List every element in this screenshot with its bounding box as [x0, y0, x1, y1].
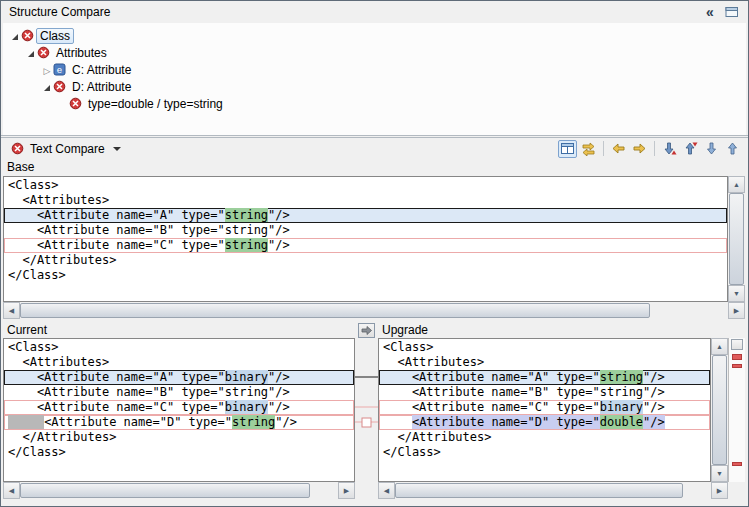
- code-text: <Attribute name="A" type=": [8, 208, 225, 222]
- diff-connector-strip[interactable]: [355, 338, 378, 482]
- tree-expanded-icon[interactable]: [9, 29, 21, 43]
- code-text: <Attribute name="A" type=": [383, 370, 600, 384]
- structure-tree[interactable]: ClassAttributes▷eC: AttributeD: Attribut…: [3, 23, 746, 135]
- code-line[interactable]: </Attributes>: [4, 430, 354, 445]
- scroll-left-icon[interactable]: ◀: [378, 482, 395, 499]
- scroll-right-icon[interactable]: ▶: [338, 482, 355, 499]
- code-line[interactable]: </Class>: [4, 445, 354, 460]
- diff-icon: [21, 29, 36, 42]
- compare-editor-window: Structure Compare « ClassAttributes▷eC: …: [0, 0, 749, 507]
- code-line[interactable]: <Class>: [379, 340, 710, 355]
- scroll-up-icon[interactable]: ▲: [711, 338, 728, 355]
- show-ancestor-pane-button[interactable]: [558, 140, 577, 158]
- code-line[interactable]: <Attribute name="B" type="string"/>: [4, 385, 354, 400]
- code-text: </Class>: [8, 445, 66, 459]
- code-line[interactable]: <Attribute name="C" type="binary"/>: [379, 400, 710, 415]
- code-text: "/>: [643, 400, 665, 414]
- code-line[interactable]: </Class>: [379, 445, 710, 460]
- tree-item[interactable]: D: Attribute: [3, 78, 746, 95]
- upgrade-horizontal-scrollbar[interactable]: ◀ ▶: [378, 482, 728, 499]
- scroll-down-icon[interactable]: ▼: [728, 285, 745, 302]
- base-vertical-scrollbar[interactable]: ▲ ▼: [728, 176, 745, 302]
- code-text: "/>: [268, 400, 290, 414]
- scroll-left-icon[interactable]: ◀: [3, 482, 20, 499]
- current-horizontal-scrollbar[interactable]: ◀ ▶: [3, 482, 355, 499]
- code-line[interactable]: <Attributes>: [4, 193, 727, 208]
- code-line[interactable]: <Attribute name="A" type="string"/>: [4, 208, 727, 223]
- code-line[interactable]: <Attribute name="B" type="string"/>: [4, 223, 727, 238]
- tree-collapsed-icon[interactable]: ▷: [41, 63, 53, 77]
- swap-left-right-button[interactable]: [579, 140, 598, 158]
- overview-header-button[interactable]: [731, 339, 743, 350]
- code-line[interactable]: </Class>: [4, 268, 727, 283]
- diff-icon: [9, 141, 25, 157]
- scroll-thumb[interactable]: [395, 483, 683, 498]
- scroll-thumb[interactable]: [20, 483, 310, 498]
- splitter[interactable]: [1, 135, 748, 136]
- diff-icon: [69, 97, 84, 110]
- code-line[interactable]: <Attributes>: [4, 355, 354, 370]
- diff-marker[interactable]: [732, 364, 742, 368]
- code-line[interactable]: <Attribute name="B" type="string"/>: [379, 385, 710, 400]
- collapse-all-icon[interactable]: «: [702, 4, 718, 20]
- tree-expanded-icon[interactable]: [25, 46, 37, 60]
- code-line[interactable]: <Attribute name="D" type="double"/>: [379, 415, 710, 430]
- merge-direction-button[interactable]: [358, 323, 375, 338]
- tree-item[interactable]: ▷eC: Attribute: [3, 61, 746, 78]
- scroll-thumb[interactable]: [729, 193, 744, 285]
- copy-all-left-to-right-button[interactable]: [630, 140, 649, 158]
- diff-marker[interactable]: [732, 354, 742, 360]
- tree-item-label: C: Attribute: [68, 62, 135, 78]
- code-line[interactable]: <Class>: [4, 178, 727, 193]
- merge-direction-cell: [355, 322, 378, 338]
- upgrade-editor[interactable]: <Class> <Attributes> <Attribute name="A"…: [378, 338, 711, 482]
- next-difference-button[interactable]: [660, 140, 679, 158]
- diff-highlight-segment: string: [232, 415, 275, 429]
- code-text: "/>: [268, 238, 290, 252]
- code-text: </Class>: [8, 268, 66, 282]
- chevron-down-icon[interactable]: [113, 147, 121, 151]
- code-line[interactable]: <Attribute name="D" type="string"/>: [4, 415, 354, 430]
- scroll-left-icon[interactable]: ◀: [3, 302, 20, 319]
- code-text: </Attributes>: [8, 430, 116, 444]
- tree-item-label: Class: [36, 28, 74, 44]
- copy-all-right-to-left-button[interactable]: [609, 140, 628, 158]
- base-editor[interactable]: <Class> <Attributes> <Attribute name="A"…: [3, 176, 728, 302]
- code-line[interactable]: </Attributes>: [379, 430, 710, 445]
- tree-expanded-icon[interactable]: [41, 80, 53, 94]
- base-horizontal-scrollbar[interactable]: ◀ ▶: [3, 302, 745, 319]
- scroll-thumb[interactable]: [712, 355, 727, 465]
- scroll-right-icon[interactable]: ▶: [711, 482, 728, 499]
- scroll-down-icon[interactable]: ▼: [711, 465, 728, 482]
- code-line[interactable]: <Attribute name="C" type="binary"/>: [4, 400, 354, 415]
- previous-difference-button[interactable]: [681, 140, 700, 158]
- scrollbar-gap: [355, 482, 378, 499]
- code-line[interactable]: <Attribute name="C" type="string"/>: [4, 238, 727, 253]
- arrow-right-icon: [360, 324, 373, 337]
- code-text: "/>: [268, 208, 290, 222]
- code-line[interactable]: <Attribute name="A" type="string"/>: [379, 370, 710, 385]
- tree-item-label: Attributes: [52, 45, 111, 61]
- code-line[interactable]: </Attributes>: [4, 253, 727, 268]
- diff-overview-ruler[interactable]: [728, 338, 745, 482]
- next-change-button[interactable]: [702, 140, 721, 158]
- upgrade-vertical-scrollbar[interactable]: ▲ ▼: [711, 338, 728, 482]
- previous-change-button[interactable]: [723, 140, 742, 158]
- tree-item[interactable]: type=double / type=string: [3, 95, 746, 112]
- tree-item[interactable]: Attributes: [3, 44, 746, 61]
- tree-item-label: type=double / type=string: [84, 96, 227, 112]
- scroll-thumb[interactable]: [20, 303, 650, 318]
- scroll-right-icon[interactable]: ▶: [728, 302, 745, 319]
- code-line[interactable]: <Attribute name="A" type="binary"/>: [4, 370, 354, 385]
- code-line[interactable]: <Class>: [4, 340, 354, 355]
- diff-highlight-segment: binary: [600, 400, 643, 414]
- diff-marker[interactable]: [732, 462, 742, 466]
- minimize-panel-icon[interactable]: [724, 4, 740, 20]
- tree-item[interactable]: Class: [3, 27, 746, 44]
- current-editor[interactable]: <Class> <Attributes> <Attribute name="A"…: [3, 338, 355, 482]
- scroll-up-icon[interactable]: ▲: [728, 176, 745, 193]
- compare-toolbar: [558, 140, 748, 158]
- code-line[interactable]: <Attributes>: [379, 355, 710, 370]
- code-text: <Attributes>: [8, 193, 109, 207]
- code-text: <Attribute name="C" type=": [8, 238, 225, 252]
